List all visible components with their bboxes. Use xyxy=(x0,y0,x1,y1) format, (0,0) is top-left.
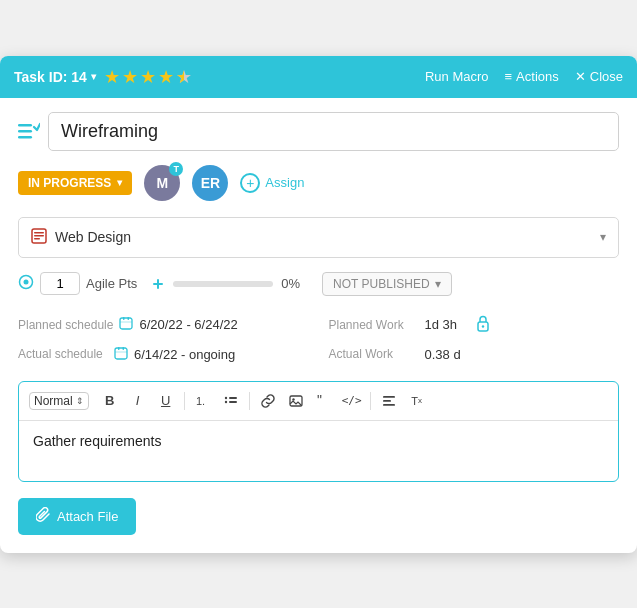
agile-pts-label: Agile Pts xyxy=(86,276,137,291)
task-title-input[interactable] xyxy=(48,112,619,151)
star-5: ★★ xyxy=(176,66,192,88)
toolbar-divider-1 xyxy=(184,392,185,410)
agile-row: Agile Pts 0% NOT PUBLISHED ▾ xyxy=(18,272,619,296)
svg-point-22 xyxy=(224,396,226,398)
assign-plus-icon: + xyxy=(240,173,260,193)
star-2: ★ xyxy=(122,66,138,88)
star-rating[interactable]: ★ ★ ★ ★ ★★ xyxy=(104,66,192,88)
format-chevron: ⇕ xyxy=(76,396,84,406)
task-id-label: Task ID: 14 xyxy=(14,69,87,85)
editor-content[interactable]: Gather requirements xyxy=(19,421,618,481)
svg-rect-5 xyxy=(34,235,44,237)
actual-calendar-icon xyxy=(114,346,128,363)
title-row xyxy=(18,112,619,151)
list-icon[interactable] xyxy=(18,122,40,140)
svg-rect-14 xyxy=(120,322,132,323)
progress-wrap: 0% xyxy=(151,276,300,291)
actions-label: Actions xyxy=(516,69,559,84)
clear-format-button[interactable]: Tx xyxy=(404,388,430,414)
agile-pts-input[interactable] xyxy=(40,272,80,295)
svg-rect-19 xyxy=(123,347,125,350)
ordered-list-button[interactable]: 1. xyxy=(190,388,216,414)
svg-rect-23 xyxy=(229,397,237,399)
not-published-chevron: ▾ xyxy=(435,277,441,291)
svg-rect-0 xyxy=(18,124,32,127)
header-left: Task ID: 14 ▾ ★ ★ ★ ★ ★★ xyxy=(14,66,192,88)
not-published-button[interactable]: NOT PUBLISHED ▾ xyxy=(322,272,451,296)
svg-text:": " xyxy=(317,394,322,408)
svg-point-24 xyxy=(224,400,226,402)
svg-rect-10 xyxy=(157,279,159,289)
actual-work-row: Actual Work 0.38 d xyxy=(319,346,620,363)
close-icon: ✕ xyxy=(575,69,586,84)
underline-button[interactable]: U xyxy=(153,388,179,414)
italic-button[interactable]: I xyxy=(125,388,151,414)
task-card: Task ID: 14 ▾ ★ ★ ★ ★ ★★ Run Macro ≡ Act… xyxy=(0,56,637,553)
bold-button[interactable]: B xyxy=(97,388,123,414)
avatar-m-badge: T xyxy=(169,162,183,176)
run-macro-button[interactable]: Run Macro xyxy=(425,69,489,84)
svg-rect-20 xyxy=(115,351,127,352)
progress-pct: 0% xyxy=(281,276,300,291)
svg-rect-13 xyxy=(128,317,130,320)
project-dropdown[interactable]: Web Design ▾ xyxy=(18,217,619,258)
progress-bar[interactable] xyxy=(173,281,273,287)
agile-pts-wrap: Agile Pts xyxy=(18,272,137,295)
close-button[interactable]: ✕ Close xyxy=(575,69,623,84)
avatar-er[interactable]: ER xyxy=(192,165,228,201)
planned-schedule-label: Planned schedule xyxy=(18,318,113,332)
link-button[interactable] xyxy=(255,388,281,414)
status-chevron: ▾ xyxy=(117,177,122,188)
actual-schedule-row: Actual schedule 6/14/22 - ongoing xyxy=(18,346,319,363)
quote-button[interactable]: " xyxy=(311,388,337,414)
attach-icon xyxy=(36,507,50,526)
svg-rect-30 xyxy=(383,400,391,402)
toolbar-divider-2 xyxy=(249,392,250,410)
project-chevron: ▾ xyxy=(600,230,606,244)
header-right: Run Macro ≡ Actions ✕ Close xyxy=(425,69,623,84)
actual-work-label: Actual Work xyxy=(329,347,419,361)
planned-work-value: 1d 3h xyxy=(425,317,458,332)
svg-point-27 xyxy=(292,398,294,400)
actual-work-value: 0.38 d xyxy=(425,347,461,362)
code-button[interactable]: </> xyxy=(339,388,365,414)
status-label: IN PROGRESS xyxy=(28,176,111,190)
header: Task ID: 14 ▾ ★ ★ ★ ★ ★★ Run Macro ≡ Act… xyxy=(0,56,637,98)
image-button[interactable] xyxy=(283,388,309,414)
actual-schedule-label: Actual schedule xyxy=(18,347,108,361)
star-3: ★ xyxy=(140,66,156,88)
progress-icon xyxy=(151,277,165,291)
planned-schedule-value: 6/20/22 - 6/24/22 xyxy=(139,317,237,332)
avatar-m[interactable]: M T xyxy=(144,165,180,201)
format-select[interactable]: Normal ⇕ xyxy=(29,392,89,410)
actions-icon: ≡ xyxy=(505,69,513,84)
project-inner: Web Design xyxy=(31,228,131,247)
task-id[interactable]: Task ID: 14 ▾ xyxy=(14,69,96,85)
not-published-label: NOT PUBLISHED xyxy=(333,277,429,291)
svg-rect-29 xyxy=(383,396,395,398)
attach-file-button[interactable]: Attach File xyxy=(18,498,136,535)
svg-rect-4 xyxy=(34,232,44,234)
actual-schedule-value: 6/14/22 - ongoing xyxy=(134,347,235,362)
status-badge[interactable]: IN PROGRESS ▾ xyxy=(18,171,132,195)
star-4: ★ xyxy=(158,66,174,88)
svg-rect-25 xyxy=(229,401,237,403)
star-1: ★ xyxy=(104,66,120,88)
assign-button[interactable]: + Assign xyxy=(240,173,304,193)
svg-rect-12 xyxy=(123,317,125,320)
toolbar-divider-3 xyxy=(370,392,371,410)
svg-point-16 xyxy=(482,325,484,327)
schedule-section: Planned schedule 6/20/22 - 6/24/22 Plann… xyxy=(18,314,619,363)
svg-rect-31 xyxy=(383,404,395,406)
task-id-chevron: ▾ xyxy=(91,71,96,82)
format-label: Normal xyxy=(34,394,73,408)
status-row: IN PROGRESS ▾ M T ER + Assign xyxy=(18,165,619,201)
actions-button[interactable]: ≡ Actions xyxy=(505,69,559,84)
planned-work-row: Planned Work 1d 3h xyxy=(319,314,620,336)
unordered-list-button[interactable] xyxy=(218,388,244,414)
align-button[interactable] xyxy=(376,388,402,414)
editor-toolbar: Normal ⇕ B I U 1. xyxy=(19,382,618,421)
assign-label: Assign xyxy=(265,175,304,190)
agile-icon xyxy=(18,274,34,294)
editor-text: Gather requirements xyxy=(33,433,161,449)
